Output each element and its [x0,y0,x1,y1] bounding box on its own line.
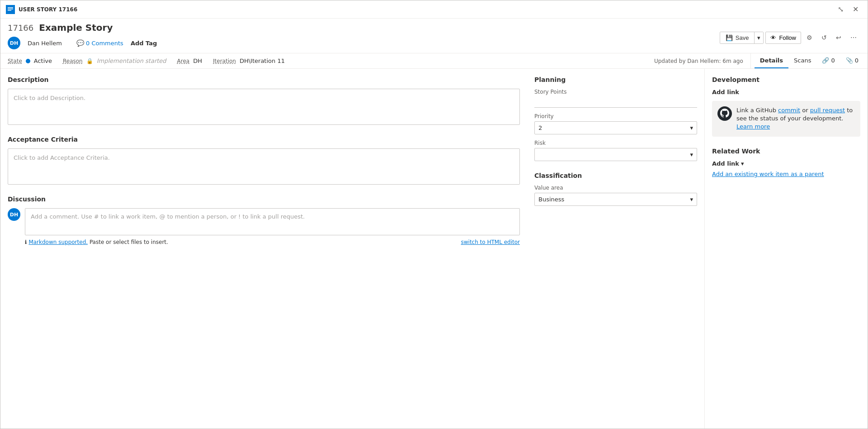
description-title: Description [8,76,520,83]
github-card: Link a GitHub commit or pull request to … [712,101,860,137]
save-dropdown-button[interactable]: ▾ [754,32,763,43]
value-area-select[interactable]: Business ▾ [534,193,697,206]
risk-select[interactable]: ▾ [534,148,697,161]
iteration-value[interactable]: DH\Iteration 11 [240,57,285,64]
comments-link[interactable]: 💬 0 Comments [76,39,123,47]
reason-group: Reason 🔒 Implementation started [63,57,166,64]
planning-section: Planning Story Points Priority 2 ▾ Risk [534,76,697,161]
sidebar: Development Add link Link a GitHub commi… [705,69,868,429]
markdown-link[interactable]: Markdown supported. [28,239,88,245]
comment-icon: 💬 [76,39,84,47]
updated-text: Updated by Dan Hellem: 6m ago [654,58,743,64]
meta-row: DH Dan Hellem 💬 0 Comments Add Tag [8,37,157,49]
discussion-section: Discussion DH Add a comment. Use # to li… [8,195,520,245]
value-area-field: Value area Business ▾ [534,185,697,206]
follow-icon: 👁 [770,34,776,41]
development-title: Development [712,76,860,83]
story-points-field: Story Points [534,89,697,108]
tab-details[interactable]: Details [755,53,788,68]
github-text-prefix: Link a GitHub [736,107,778,114]
dev-add-link[interactable]: Add link [712,89,860,95]
acceptance-criteria-title: Acceptance Criteria [8,136,520,143]
collapse-button[interactable]: ⤡ [834,3,847,15]
more-actions-button[interactable]: ⋯ [847,32,860,43]
state-reason-area: State Active Reason 🔒 Implementation sta… [0,53,750,68]
comment-footer-text: ℹ Markdown supported. Paste or select fi… [25,239,168,245]
commenter-avatar: DH [8,208,20,221]
work-item-id: 17166 [8,23,33,33]
related-add-link-button[interactable]: Add link ▾ [712,160,860,167]
state-group: State Active [8,57,52,64]
github-or: or [800,107,810,114]
links-count: 0 [831,57,835,64]
state-indicator [26,59,30,63]
refresh-button[interactable]: ↺ [818,32,830,43]
header-lower: State Active Reason 🔒 Implementation sta… [0,53,868,69]
comment-input[interactable]: Add a comment. Use # to link a work item… [25,208,520,235]
svg-rect-2 [8,10,11,11]
github-icon [717,106,732,121]
priority-value: 2 [538,124,542,131]
chevron-down-icon: ▾ [690,124,693,131]
settings-button[interactable]: ⚙ [803,32,816,43]
priority-select[interactable]: 2 ▾ [534,121,697,134]
iteration-group: Iteration DH\Iteration 11 [213,57,285,64]
learn-more-link[interactable]: Learn more [736,123,770,130]
github-card-text: Link a GitHub commit or pull request to … [736,106,855,131]
tab-links[interactable]: 🔗 0 [816,53,840,68]
discussion-title: Discussion [8,195,520,203]
left-column: Description Click to add Description. Ac… [8,76,520,421]
add-tag-button[interactable]: Add Tag [131,40,157,47]
info-icon: ℹ [25,239,27,245]
close-button[interactable]: ✕ [849,3,862,15]
value-area-value: Business [538,196,564,203]
related-work-section: Related Work Add link ▾ Add an existing … [712,148,860,177]
work-item-icon [6,5,15,14]
add-parent-link[interactable]: Add an existing work item as a parent [712,171,824,177]
save-button-group: 💾 Save ▾ [720,32,764,44]
state-label: State [8,58,22,64]
classification-section: Classification Value area Business ▾ [534,172,697,206]
attachments-icon: 📎 [846,57,853,64]
paste-text: Paste or select files to insert. [90,239,168,245]
risk-field: Risk ▾ [534,140,697,161]
github-commit-link[interactable]: commit [778,107,800,114]
title-row: 17166 Example Story [8,22,157,33]
svg-point-4 [717,106,732,121]
risk-chevron-icon: ▾ [690,151,693,158]
reason-label: Reason [63,58,83,64]
work-item-title[interactable]: Example Story [39,22,113,33]
description-section: Description Click to add Description. [8,76,520,125]
acceptance-criteria-input[interactable]: Click to add Acceptance Criteria. [8,148,520,185]
window-controls: ⤡ ✕ [834,3,862,15]
html-editor-link[interactable]: switch to HTML editor [461,239,520,245]
reason-value[interactable]: Implementation started [97,57,166,64]
avatar: DH [8,37,20,49]
save-button[interactable]: 💾 Save [720,32,755,43]
title-bar: USER STORY 17166 ⤡ ✕ [0,0,868,19]
save-icon: 💾 [726,34,733,41]
acceptance-criteria-section: Acceptance Criteria Click to add Accepta… [8,136,520,185]
priority-label: Priority [534,113,697,119]
follow-button[interactable]: 👁 Follow [765,32,801,44]
links-icon: 🔗 [822,57,829,64]
attachments-count: 0 [855,57,859,64]
undo-button[interactable]: ↩ [832,32,845,43]
work-item-body: Description Click to add Description. Ac… [0,69,868,429]
reason-lock-icon: 🔒 [86,58,93,64]
github-pr-link[interactable]: pull request [810,107,845,114]
main-content: Description Click to add Description. Ac… [0,69,705,429]
story-points-input[interactable] [534,97,697,108]
tab-scans[interactable]: Scans [788,53,816,68]
area-value[interactable]: DH [193,57,202,64]
work-item-header: 17166 Example Story DH Dan Hellem 💬 0 Co… [0,19,868,53]
iteration-label: Iteration [213,58,236,64]
toolbar: 💾 Save ▾ 👁 Follow ⚙ ↺ ↩ ⋯ [720,32,860,44]
planning-title: Planning [534,76,697,83]
story-points-label: Story Points [534,89,697,95]
area-group: Area DH [177,57,202,64]
description-input[interactable]: Click to add Description. [8,89,520,125]
state-value[interactable]: Active [34,57,52,64]
svg-rect-0 [7,6,14,13]
tab-attachments[interactable]: 📎 0 [840,53,864,68]
